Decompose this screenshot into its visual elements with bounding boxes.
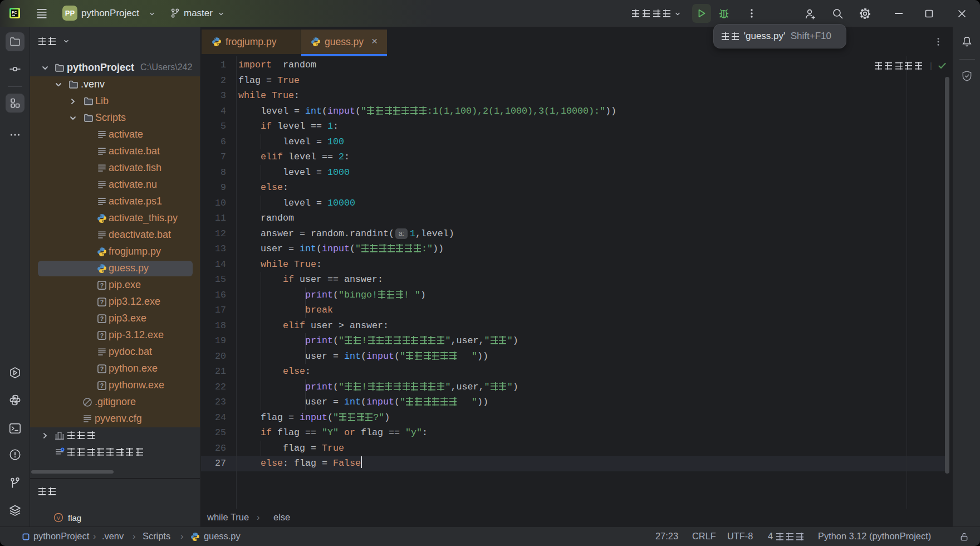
svg-text:PC: PC [12,11,17,14]
svg-text:V: V [57,515,61,521]
